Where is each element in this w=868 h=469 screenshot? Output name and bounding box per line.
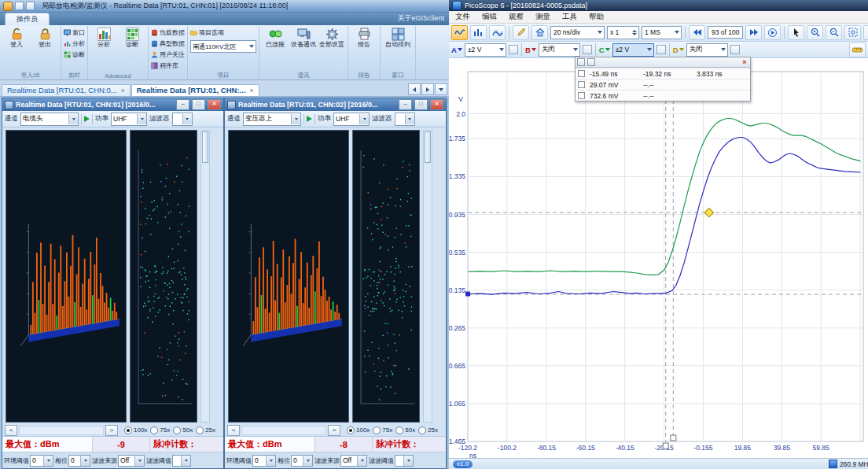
doc-tab-2-close[interactable]: × bbox=[250, 87, 254, 94]
menu-file[interactable]: 文件 bbox=[455, 12, 470, 22]
scrollbar-thumb[interactable] bbox=[202, 131, 208, 163]
spinner-arrows-icon[interactable] bbox=[632, 30, 637, 35]
checkbox-icon[interactable] bbox=[578, 70, 585, 77]
3d-spectrum-plot[interactable] bbox=[6, 130, 127, 423]
horizontal-scrollbar[interactable] bbox=[19, 426, 104, 435]
channel-c-range-select[interactable]: ±2 V bbox=[612, 43, 654, 57]
scope-waveform-chart[interactable]: -120.2-100.2-80.15-60.15-40.15-20.15-0.1… bbox=[449, 58, 868, 461]
quick-access-icon-2[interactable] bbox=[26, 2, 35, 10]
filter-select[interactable] bbox=[395, 113, 415, 126]
zoom-radio-100x[interactable] bbox=[347, 427, 355, 434]
connected-button[interactable]: 已连接 bbox=[262, 28, 289, 48]
about-egisclient-link[interactable]: 关于eGISclient bbox=[397, 13, 444, 24]
env-threshold-select[interactable]: 0 bbox=[252, 455, 276, 467]
analysis-menu-item[interactable]: 分析 bbox=[64, 39, 85, 49]
home-button[interactable] bbox=[531, 25, 548, 40]
channel-c-probe-icon[interactable] bbox=[657, 45, 666, 54]
doc-tab-1[interactable]: Realtime Data [RTU:01, CHN:0... × bbox=[2, 84, 131, 96]
power-select[interactable]: UHF bbox=[111, 113, 147, 126]
channel-a-probe-icon[interactable] bbox=[509, 45, 518, 54]
play-button[interactable] bbox=[84, 116, 90, 122]
typical-data-item[interactable]: 典型数据 bbox=[151, 39, 185, 49]
close-button[interactable]: × bbox=[208, 99, 221, 110]
scope-view-button[interactable] bbox=[451, 25, 468, 40]
buffer-counter[interactable]: 93 of 100 bbox=[708, 26, 743, 39]
tab-scroll-left-button[interactable] bbox=[408, 83, 421, 95]
maximize-button[interactable]: □ bbox=[414, 99, 428, 110]
3d-spectrum-plot[interactable] bbox=[228, 130, 349, 423]
user-focus-item[interactable]: 用户关注 bbox=[151, 50, 185, 60]
menu-edit[interactable]: 编辑 bbox=[482, 12, 497, 22]
menu-measure[interactable]: 测量 bbox=[535, 12, 550, 22]
scope-plot-area[interactable]: -120.2-100.2-80.15-60.15-40.15-20.15-0.1… bbox=[449, 58, 868, 461]
prev-buffer-button[interactable] bbox=[689, 25, 705, 40]
pointer-tool-button[interactable] bbox=[788, 25, 804, 40]
zoom-out-tool-button[interactable] bbox=[826, 25, 842, 40]
pulse-scatter-plot[interactable] bbox=[352, 130, 420, 423]
doc-tab-2[interactable]: Realtime Data [RTU:01, CHN:... × bbox=[131, 84, 259, 96]
vertical-scrollbar[interactable] bbox=[200, 130, 210, 423]
zoom-radio-25x[interactable] bbox=[196, 427, 204, 434]
channel-b-probe-icon[interactable] bbox=[583, 45, 592, 54]
channel-b-label[interactable]: B bbox=[525, 46, 536, 54]
next-buffer-button[interactable] bbox=[745, 25, 762, 40]
scrollbar-thumb[interactable] bbox=[425, 131, 431, 163]
window-menu-item[interactable]: 窗口 bbox=[64, 28, 85, 38]
big-diagnosis-button[interactable]: 诊断 bbox=[119, 28, 145, 48]
auto-arrange-button[interactable]: 自动排列 bbox=[383, 28, 413, 48]
zoom-radio-75x[interactable] bbox=[373, 427, 381, 434]
persistence-view-button[interactable] bbox=[489, 25, 506, 40]
notes-button[interactable] bbox=[513, 25, 529, 40]
ruler-handle-icon[interactable] bbox=[577, 58, 585, 66]
device-comm-button[interactable]: 设备通讯 bbox=[290, 28, 317, 48]
phase-select[interactable]: 0 bbox=[291, 455, 313, 467]
phase-select[interactable]: 0 bbox=[68, 455, 90, 467]
filter-select[interactable] bbox=[172, 113, 193, 126]
close-button[interactable]: × bbox=[430, 99, 443, 110]
tab-list-button[interactable] bbox=[435, 83, 447, 95]
zoom-factor-badge[interactable]: x1.0 bbox=[453, 460, 473, 468]
zoom-radio-50x[interactable] bbox=[395, 427, 403, 434]
scroll-right-button[interactable]: > bbox=[105, 425, 118, 436]
menu-tools[interactable]: 工具 bbox=[562, 12, 577, 22]
project-options-item[interactable]: 项目选项 bbox=[190, 28, 256, 38]
channel-c-label[interactable]: C bbox=[599, 46, 610, 54]
env-threshold-select[interactable]: 0 bbox=[30, 455, 53, 467]
menu-view[interactable]: 观察 bbox=[509, 12, 524, 22]
play-button[interactable] bbox=[307, 116, 312, 122]
ruler-handle-icon-2[interactable] bbox=[587, 58, 595, 66]
tab-scroll-right-button[interactable] bbox=[421, 83, 434, 95]
picoscope-titlebar[interactable]: PicoScope 6 - [20160824-0005.psdata] bbox=[449, 0, 868, 11]
vertical-scrollbar[interactable] bbox=[423, 130, 432, 423]
filter-threshold-select[interactable] bbox=[172, 455, 191, 467]
maximize-button[interactable]: □ bbox=[192, 99, 205, 110]
scroll-left-button[interactable]: < bbox=[5, 425, 17, 436]
all-settings-button[interactable]: 全部设置 bbox=[318, 28, 345, 48]
quick-access-icon[interactable] bbox=[15, 2, 24, 10]
scroll-right-button[interactable]: > bbox=[328, 425, 340, 436]
menu-help[interactable]: 帮助 bbox=[589, 12, 604, 22]
minimize-button[interactable]: – bbox=[176, 99, 189, 110]
big-analysis-button[interactable]: 分析 bbox=[90, 28, 117, 48]
channel-a-label[interactable]: A bbox=[451, 46, 462, 54]
channel-a-range-select[interactable]: ±2 V bbox=[465, 43, 506, 57]
ruler-values-overlay[interactable]: × -15.49 ns -19.32 ns 3.833 ns 29.07 mV … bbox=[575, 57, 751, 102]
zoom-spinner[interactable]: x 1 bbox=[607, 26, 639, 39]
channel-d-range-select[interactable]: 关闭 bbox=[686, 43, 728, 57]
measurements-button[interactable] bbox=[849, 42, 866, 57]
zoom-radio-75x[interactable] bbox=[150, 427, 158, 434]
channel-d-probe-icon[interactable] bbox=[730, 45, 740, 54]
filter-threshold-select[interactable] bbox=[395, 455, 414, 467]
project-select[interactable]: 南通110KV北区 bbox=[190, 40, 256, 53]
pulse-scatter-plot[interactable] bbox=[130, 130, 197, 423]
diagnosis-menu-item[interactable]: 诊断 bbox=[64, 50, 85, 60]
checkbox-icon[interactable] bbox=[578, 81, 585, 88]
ruler-overlay-close-button[interactable]: × bbox=[741, 58, 748, 66]
minimize-button[interactable]: – bbox=[399, 99, 412, 110]
zoom-radio-100x[interactable] bbox=[124, 427, 132, 434]
scroll-left-button[interactable]: < bbox=[227, 425, 240, 436]
ruler-overlay-header[interactable]: × bbox=[576, 57, 750, 68]
hand-tool-button[interactable] bbox=[863, 25, 868, 40]
power-select[interactable]: UHF bbox=[333, 113, 370, 126]
samples-select[interactable]: 1 MS bbox=[642, 26, 682, 39]
